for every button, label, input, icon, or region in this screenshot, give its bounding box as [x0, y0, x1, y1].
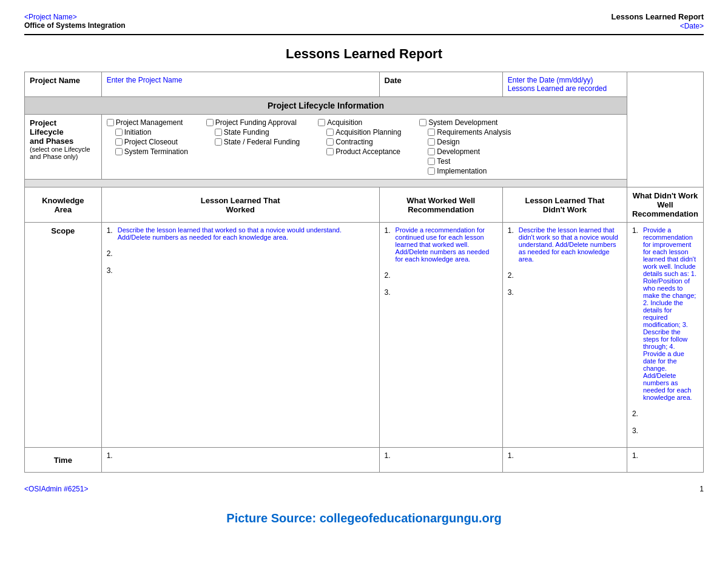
lifecycle-col4: System Development Requirements Analysis… — [419, 118, 511, 175]
date-header-link[interactable]: <Date> — [612, 21, 704, 30]
scope-lesson-didnt-1: Describe the lesson learned that didn't … — [519, 226, 622, 263]
col-header-lesson-didnt: Lesson Learned ThatDidn't Work — [502, 187, 627, 223]
lifecycle-header-row: Project Lifecycle Information — [25, 97, 704, 115]
checkbox-acquisition[interactable]: Acquisition — [318, 118, 401, 127]
list-item: 1. Provide a recommendation for improvem… — [632, 226, 698, 401]
checkbox-project-funding[interactable]: Project Funding Approval — [206, 118, 300, 127]
page-number: 1 — [699, 485, 704, 493]
table-row-time: Time 1. 1. 1. — [25, 448, 704, 473]
list-item: 3. — [385, 288, 497, 297]
time-lesson-didnt-cell[interactable]: 1. — [502, 448, 627, 473]
lifecycle-col3: Acquisition Acquisition Planning Contrac… — [318, 118, 401, 175]
scope-what-didnt-rec-list: 1. Provide a recommendation for improvem… — [632, 226, 698, 435]
col-header-lesson-worked: Lesson Learned ThatWorked — [101, 187, 379, 223]
list-item: 2. — [385, 271, 497, 280]
project-name-anchor[interactable]: <Project Name> — [24, 13, 77, 21]
list-item: 2. — [508, 271, 622, 280]
checkbox-acquisition-planning[interactable]: Acquisition Planning — [318, 128, 401, 137]
checkbox-state-funding[interactable]: State Funding — [206, 128, 300, 137]
scope-what-worked-rec-list: 1. Provide a recommendation for continue… — [385, 226, 497, 297]
date-anchor[interactable]: <Date> — [680, 22, 704, 30]
project-name-value[interactable]: Enter the Project Name — [101, 72, 379, 97]
scope-what-didnt-rec-1: Provide a recommendation for improvement… — [643, 226, 698, 401]
lifecycle-row: Project Lifecycle and Phases (select one… — [25, 115, 704, 180]
date-label: Date — [379, 72, 502, 97]
list-item: 1. Provide a recommendation for continue… — [385, 226, 497, 263]
scope-what-worked-rec-cell[interactable]: 1. Provide a recommendation for continue… — [379, 223, 502, 448]
checkbox-product-acceptance[interactable]: Product Acceptance — [318, 147, 401, 156]
checkbox-development[interactable]: Development — [419, 147, 511, 156]
checkbox-state-federal-funding[interactable]: State / Federal Funding — [206, 138, 300, 146]
report-title-header: Lessons Learned Report — [612, 12, 704, 21]
lifecycle-col1: Project Management Initiation Project Cl… — [107, 118, 188, 175]
list-item: 3. — [508, 288, 622, 297]
checkbox-requirements-analysis[interactable]: Requirements Analysis — [419, 128, 511, 137]
time-label: Time — [25, 448, 102, 473]
page-footer: <OSIAdmin #6251> 1 — [24, 485, 704, 493]
checkbox-project-closeout[interactable]: Project Closeout — [107, 138, 188, 146]
header-right: Lessons Learned Report <Date> — [612, 12, 704, 30]
checkbox-system-termination[interactable]: System Termination — [107, 147, 188, 156]
date-placeholder: Enter the Date (mm/dd/yy) Lessons Learne… — [508, 76, 607, 93]
list-item: 2. — [632, 410, 698, 418]
scope-lesson-didnt-cell[interactable]: 1. Describe the lesson learned that didn… — [502, 223, 627, 448]
lifecycle-checkboxes-container: Project Management Initiation Project Cl… — [107, 118, 622, 175]
time-what-didnt-rec-cell[interactable]: 1. — [627, 448, 703, 473]
scope-lesson-didnt-list: 1. Describe the lesson learned that didn… — [508, 226, 622, 297]
lifecycle-section-header: Project Lifecycle Information — [25, 97, 627, 115]
page-header: <Project Name> Office of Systems Integra… — [24, 12, 704, 35]
project-name-placeholder: Enter the Project Name — [107, 76, 183, 84]
time-what-worked-rec-cell[interactable]: 1. — [379, 448, 502, 473]
project-name-row: Project Name Enter the Project Name Date… — [25, 72, 704, 97]
col-header-what-didnt-rec: What Didn't Work WellRecommendation — [627, 187, 703, 223]
lifecycle-sub-label: (select one Lifecycle and Phase only) — [30, 146, 96, 160]
scope-lesson-worked-list: 1. Describe the lesson learned that work… — [107, 226, 374, 275]
time-lesson-worked-cell[interactable]: 1. — [101, 448, 379, 473]
checkbox-test[interactable]: Test — [419, 157, 511, 166]
header-left: <Project Name> Office of Systems Integra… — [24, 12, 126, 30]
checkbox-system-development[interactable]: System Development — [419, 118, 511, 127]
lifecycle-label-cell: Project Lifecycle and Phases (select one… — [25, 115, 102, 180]
list-item: 1. Describe the lesson learned that didn… — [508, 226, 622, 263]
list-item: 2. — [107, 249, 374, 258]
scope-what-didnt-rec-cell[interactable]: 1. Provide a recommendation for improvem… — [627, 223, 703, 448]
column-headers-row: KnowledgeArea Lesson Learned ThatWorked … — [25, 187, 704, 223]
scope-label: Scope — [25, 223, 102, 448]
page-title: Lessons Learned Report — [24, 46, 704, 62]
scope-lesson-worked-1: Describe the lesson learned that worked … — [118, 226, 374, 241]
checkbox-project-management[interactable]: Project Management — [107, 118, 188, 127]
admin-link[interactable]: <OSIAdmin #6251> — [24, 485, 88, 493]
list-item: 3. — [632, 426, 698, 435]
main-table: Project Name Enter the Project Name Date… — [24, 72, 704, 473]
lifecycle-col2: Project Funding Approval State Funding S… — [206, 118, 300, 175]
checkbox-implementation[interactable]: Implementation — [419, 167, 511, 175]
lifecycle-checkboxes-cell: Project Management Initiation Project Cl… — [101, 115, 627, 180]
list-item: 1. — [107, 451, 374, 460]
checkbox-design[interactable]: Design — [419, 138, 511, 146]
col-header-knowledge-area: KnowledgeArea — [25, 187, 102, 223]
project-name-label: Project Name — [25, 72, 102, 97]
list-item: 3. — [107, 266, 374, 275]
office-name: Office of Systems Integration — [24, 21, 126, 30]
checkbox-contracting[interactable]: Contracting — [318, 138, 401, 146]
project-name-header-link[interactable]: <Project Name> — [24, 12, 126, 21]
list-item: 1. — [508, 451, 622, 460]
checkbox-initiation[interactable]: Initiation — [107, 128, 188, 137]
table-row-scope: Scope 1. Describe the lesson learned tha… — [25, 223, 704, 448]
lifecycle-label: Project Lifecycle and Phases — [30, 118, 96, 146]
picture-source: Picture Source: collegeofeducationargung… — [24, 511, 704, 525]
list-item: 1. Describe the lesson learned that work… — [107, 226, 374, 241]
list-item: 1. — [385, 451, 497, 460]
list-item: 1. — [632, 451, 698, 460]
spacer-row — [25, 180, 704, 187]
col-header-what-worked-rec: What Worked WellRecommendation — [379, 187, 502, 223]
scope-lesson-worked-cell[interactable]: 1. Describe the lesson learned that work… — [101, 223, 379, 448]
scope-what-worked-rec-1: Provide a recommendation for continued u… — [396, 226, 497, 263]
date-value[interactable]: Enter the Date (mm/dd/yy) Lessons Learne… — [502, 72, 627, 97]
